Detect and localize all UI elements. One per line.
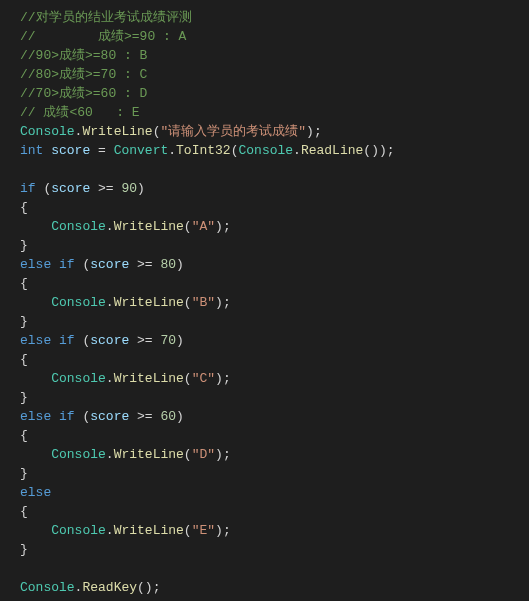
- comment: //对学员的结业考试成绩评测: [20, 10, 192, 25]
- punct: >=: [129, 257, 160, 272]
- punct: }: [20, 466, 28, 481]
- code-line: {: [20, 198, 529, 217]
- code-line: // 成绩>=90 : A: [20, 27, 529, 46]
- punct: ;: [223, 295, 231, 310]
- method-token: WriteLine: [114, 447, 184, 462]
- type-token: Console: [51, 447, 106, 462]
- punct: ): [176, 333, 184, 348]
- punct: .: [293, 143, 301, 158]
- comment: //90>成绩>=80 : B: [20, 48, 147, 63]
- comment: //80>成绩>=70 : C: [20, 67, 147, 82]
- punct: .: [106, 371, 114, 386]
- punct: ): [145, 580, 153, 595]
- string-token: "B": [192, 295, 215, 310]
- code-line: Console.WriteLine("C");: [20, 369, 529, 388]
- punct: ): [215, 447, 223, 462]
- punct: }: [20, 314, 28, 329]
- code-line: else if (score >= 80): [20, 255, 529, 274]
- code-line: int score = Convert.ToInt32(Console.Read…: [20, 141, 529, 160]
- code-line: Console.WriteLine("E");: [20, 521, 529, 540]
- punct: ): [176, 409, 184, 424]
- keyword-token: if: [20, 181, 36, 196]
- punct: ): [215, 523, 223, 538]
- identifier: score: [51, 181, 90, 196]
- punct: (: [184, 219, 192, 234]
- blank-line: [20, 559, 529, 578]
- code-line: // 成绩<60 : E: [20, 103, 529, 122]
- punct: >=: [129, 409, 160, 424]
- method-token: WriteLine: [114, 523, 184, 538]
- string-token: "D": [192, 447, 215, 462]
- code-line: Console.WriteLine("B");: [20, 293, 529, 312]
- punct: {: [20, 428, 28, 443]
- method-token: WriteLine: [82, 124, 152, 139]
- punct: ;: [314, 124, 322, 139]
- code-line: else: [20, 483, 529, 502]
- punct: ): [215, 295, 223, 310]
- number-token: 90: [121, 181, 137, 196]
- type-token: Console: [51, 219, 106, 234]
- punct: ;: [153, 580, 161, 595]
- punct: >=: [129, 333, 160, 348]
- keyword-token: else: [20, 485, 51, 500]
- punct: (: [184, 295, 192, 310]
- code-line: else if (score >= 70): [20, 331, 529, 350]
- punct: ): [137, 181, 145, 196]
- string-token: "A": [192, 219, 215, 234]
- type-token: Console: [51, 523, 106, 538]
- punct: }: [20, 390, 28, 405]
- keyword-token: int: [20, 143, 43, 158]
- identifier: score: [51, 143, 90, 158]
- punct: .: [106, 295, 114, 310]
- punct: ): [215, 219, 223, 234]
- method-token: ReadLine: [301, 143, 363, 158]
- method-token: ToInt32: [176, 143, 231, 158]
- code-line: }: [20, 540, 529, 559]
- punct: (: [184, 523, 192, 538]
- method-token: WriteLine: [114, 295, 184, 310]
- number-token: 60: [160, 409, 176, 424]
- punct: (: [184, 371, 192, 386]
- punct: ): [379, 143, 387, 158]
- identifier: score: [90, 409, 129, 424]
- punct: ;: [223, 219, 231, 234]
- code-line: {: [20, 274, 529, 293]
- method-token: WriteLine: [114, 371, 184, 386]
- code-line: Console.WriteLine("请输入学员的考试成绩");: [20, 122, 529, 141]
- punct: =: [90, 143, 113, 158]
- comment: //70>成绩>=60 : D: [20, 86, 147, 101]
- punct: >=: [90, 181, 121, 196]
- punct: {: [20, 352, 28, 367]
- code-line: }: [20, 236, 529, 255]
- code-line: if (score >= 90): [20, 179, 529, 198]
- punct: }: [20, 238, 28, 253]
- code-line: {: [20, 426, 529, 445]
- number-token: 80: [160, 257, 176, 272]
- string-token: "C": [192, 371, 215, 386]
- identifier: score: [90, 333, 129, 348]
- method-token: ReadKey: [82, 580, 137, 595]
- code-line: //80>成绩>=70 : C: [20, 65, 529, 84]
- code-line: else if (score >= 60): [20, 407, 529, 426]
- punct: ): [215, 371, 223, 386]
- punct: {: [20, 276, 28, 291]
- punct: .: [106, 523, 114, 538]
- punct: ;: [223, 447, 231, 462]
- punct: ): [306, 124, 314, 139]
- punct: {: [20, 504, 28, 519]
- type-token: Console: [51, 371, 106, 386]
- comment: // 成绩<60 : E: [20, 105, 140, 120]
- code-line: }: [20, 312, 529, 331]
- punct: (: [137, 580, 145, 595]
- type-token: Console: [238, 143, 293, 158]
- string-token: "请输入学员的考试成绩": [160, 124, 306, 139]
- code-line: Console.ReadKey();: [20, 578, 529, 597]
- code-line: //70>成绩>=60 : D: [20, 84, 529, 103]
- code-line: {: [20, 502, 529, 521]
- punct: ): [371, 143, 379, 158]
- keyword-token: else if: [20, 333, 75, 348]
- keyword-token: else if: [20, 257, 75, 272]
- code-line: }: [20, 388, 529, 407]
- punct: {: [20, 200, 28, 215]
- code-line: Console.WriteLine("D");: [20, 445, 529, 464]
